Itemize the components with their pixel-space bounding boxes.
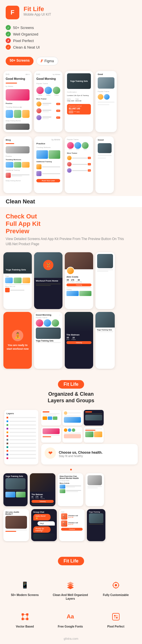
good-morning-screen-2: 9:41 by Athlete Good Morning Popular Tra… [34,71,62,132]
screens-row3: Yoga Training Sets Yoga More Set List 🏋️ [0,251,142,310]
chat-bubble-1: Hello there! 👋 [33,514,51,520]
workout-home-screen: 🏋️ Workout From Home [34,252,62,309]
feature-3: ✗ Pixel Perfect [6,38,136,43]
yoga-screen: Yoga Training Sets Confirmation Lumiere … [65,71,93,132]
checkout-heading: Check Out Full App Kit Preview [6,213,136,235]
layer-item-4 [7,427,36,430]
svg-point-4 [115,584,117,586]
figma-badge[interactable]: 𝑭 Figma [36,57,58,65]
checkout-description: View Detailed Screens And App Kit Previe… [6,236,136,247]
feature-1: ✓ 50+ Screens [6,25,136,30]
food-screen: Cart 🍗 Chicken red $10.99 🍗 Chicken red … [59,509,85,541]
layer-item-12 [7,457,36,460]
feature-2: ✓ Well Organized [6,32,136,37]
svg-rect-11 [22,618,24,620]
logo-icon: F [6,6,19,19]
health-title: Choose us, Choose health. [59,451,103,455]
brand-name: Fit Life [24,6,51,12]
screens-row4: 🧘 You are ready to start workout now Goo… [0,310,142,370]
layer-item-1 [7,416,36,419]
footer-features: 📱 50+ Modern Screens Clean And Well Orga… [0,573,142,634]
layers-panel: Layers [4,410,38,464]
yoga-dark-screen: Yoga Training Sets [3,473,28,506]
divider-2 [0,543,142,548]
checkout-section: Check Out Full App Kit Preview View Deta… [0,209,142,251]
vector-icon [19,610,31,623]
feature-4: ✓ Clean & Neat UI [6,45,136,50]
yoga-partial-screen: Yoga Training Sets [95,312,115,369]
footer-feature-label-6: Pixel Perfect [97,625,135,628]
partial-screen-4: Good [95,136,114,193]
checkout-normal: Check Out [6,213,37,220]
layer-item-2 [7,420,36,423]
layer-item-3 [7,424,36,426]
clean-neat-section: Clean Neat [0,196,142,207]
mini-screen-4 [41,427,61,443]
footer-brand-section: Fit Life [0,548,142,573]
alex-costa-name: Alex Costa [66,276,91,278]
mockups-grid: ❤ Choose us, Choose health. Stay fit and… [41,410,138,464]
screens-badge[interactable]: 50+ Screens [6,57,34,65]
feature-label-1: 50+ Screens [13,26,34,30]
badge-row: 50+ Screens 𝑭 Figma [0,54,142,68]
checkout-end: Preview [6,228,29,235]
good-morning-screen: 9:41 Good Morning by Athlete Practice Tr… [3,71,32,132]
checkout-accent: Full App Kit [6,220,41,227]
brand-subtitle: Mobile App UI KIT [24,12,51,16]
more-trainer-screen: Popular Trainer Name Name Name More Trai… [65,136,93,193]
screens-row6: Are you Justin Bieber? Group Chat Hello … [0,508,142,543]
screens-preview-row1: 9:41 Good Morning by Athlete Practice Tr… [0,68,142,135]
brand-badge-2: Fit Life [58,380,84,389]
footer-feature-label-3: Fully Customizable [97,593,135,597]
health-card: ❤ Choose us, Choose health. Stay fit and… [41,444,138,464]
good-morning-title: Good Morning [6,77,30,81]
header-section: F Fit Life Mobile App UI KIT [0,0,142,22]
screens-preview-row2: Blog Practice Trending Workouts Addition… [0,135,142,195]
feature-label-2: Well Organized [13,32,38,36]
practice-screen-2: by Athlete Practice Trending Workouts Ad… [34,136,62,193]
chat-bubble-3: Ready for training? [33,526,51,533]
svg-rect-9 [22,613,24,616]
mini-screen-2 [62,410,82,426]
svg-rect-12 [26,618,28,620]
check-icon-2: ✓ [6,32,11,37]
svg-rect-17 [112,613,119,620]
alex-costa-screen: Alex Costa 65Post 176Follow 36Following … [65,252,93,309]
divider-1 [0,370,142,374]
pixel-icon [110,610,122,623]
article-screen: How Exercise Can Boost Mental Health In … [58,473,83,506]
feature-label-4: Clean & Neat UI [13,45,40,49]
fonts-icon: Aa [64,610,77,623]
brand-subtitle-2: Organized & Clean Layers and Groups [6,391,136,404]
layer-item-9 [7,446,36,449]
partial-screen-r [95,252,115,309]
partial-r2 [85,473,104,506]
brand-info: Fit Life Mobile App UI KIT [24,6,51,16]
layer-item-5 [7,431,36,434]
good-morning-2-title: Good Morning [36,77,60,81]
justin-screen: Are you Justin Bieber? [3,509,29,541]
mini-screen-6 [84,427,104,443]
payment-label: Payment method [69,105,89,107]
features-list: ✓ 50+ Screens ✓ Well Organized ✗ Pixel P… [0,22,142,54]
layer-item-7 [7,438,36,441]
check-icon: ✓ [6,25,11,30]
svg-rect-21 [116,617,118,618]
svg-rect-19 [116,615,118,616]
check-icon-3: ✓ [6,45,11,50]
mini-screen-3-dark [84,410,104,426]
feature-label-3: Pixel Perfect [13,39,34,43]
footer-feature-label-2: Clean And Well Organized Layers [51,593,89,601]
health-icon: ❤ [45,447,56,459]
chat-bubble-2: Hey! [37,521,55,526]
mobile-icon: 📱 [19,579,31,591]
footer-brand-badge: Fit Life [58,557,84,565]
footer-feature-label-5: Free Google Fonts [51,625,89,628]
layer-item-10 [7,449,36,452]
watermark: gfxtra.com [0,634,142,643]
dot-separator [0,467,142,472]
screens-row5: Yoga Training Sets The Batman 65Post 176… [0,472,142,508]
yoga-training-label: Yoga Training Sets [6,268,26,271]
footer-feature-label-4: Vector Based [6,625,44,628]
layer-item-11 [7,453,36,456]
